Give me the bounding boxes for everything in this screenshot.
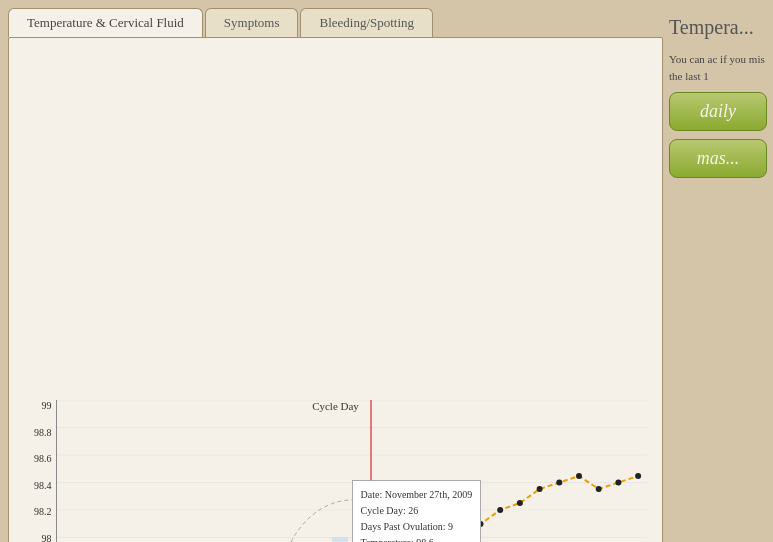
svg-point-45 [536, 486, 542, 492]
tooltip-date: Date: November 27th, 2009 [361, 487, 473, 503]
svg-point-50 [635, 473, 641, 479]
tooltip-dpo: Days Past Ovulation: 9 [361, 519, 473, 535]
tooltip-cycle-day: Cycle Day: 26 [361, 503, 473, 519]
svg-point-46 [556, 480, 562, 486]
daily-button[interactable]: daily [669, 92, 767, 131]
chart-container: 99 98.8 98.6 98.4 98.2 98 97.8 97.6 97.4… [8, 37, 663, 542]
tab-bleeding[interactable]: Bleeding/Spotting [300, 8, 433, 37]
left-panel: Temperature & Cervical Fluid Symptoms Bl… [8, 8, 663, 542]
svg-point-44 [516, 500, 522, 506]
right-title: Tempera... [669, 16, 767, 39]
main-container: Temperature & Cervical Fluid Symptoms Bl… [0, 0, 773, 542]
chart-inner: Date: November 27th, 2009 Cycle Day: 26 … [56, 400, 646, 542]
tab-temperature[interactable]: Temperature & Cervical Fluid [8, 8, 203, 37]
svg-point-49 [615, 480, 621, 486]
tooltip-temperature: Temperature: 98.6 [361, 535, 473, 542]
tabs: Temperature & Cervical Fluid Symptoms Bl… [8, 8, 663, 37]
svg-point-48 [595, 486, 601, 492]
y-axis: 99 98.8 98.6 98.4 98.2 98 97.8 97.6 97.4… [21, 400, 56, 542]
svg-point-43 [497, 507, 503, 513]
right-panel: Tempera... You can ac if you mis the las… [663, 8, 773, 542]
mas-button[interactable]: mas... [669, 139, 767, 178]
svg-rect-17 [332, 537, 348, 542]
tooltip: Date: November 27th, 2009 Cycle Day: 26 … [352, 480, 482, 542]
chart-area: 99 98.8 98.6 98.4 98.2 98 97.8 97.6 97.4… [21, 400, 651, 542]
svg-point-47 [576, 473, 582, 479]
tab-symptoms[interactable]: Symptoms [205, 8, 299, 37]
right-description: You can ac if you mis the last 1 [669, 51, 767, 84]
